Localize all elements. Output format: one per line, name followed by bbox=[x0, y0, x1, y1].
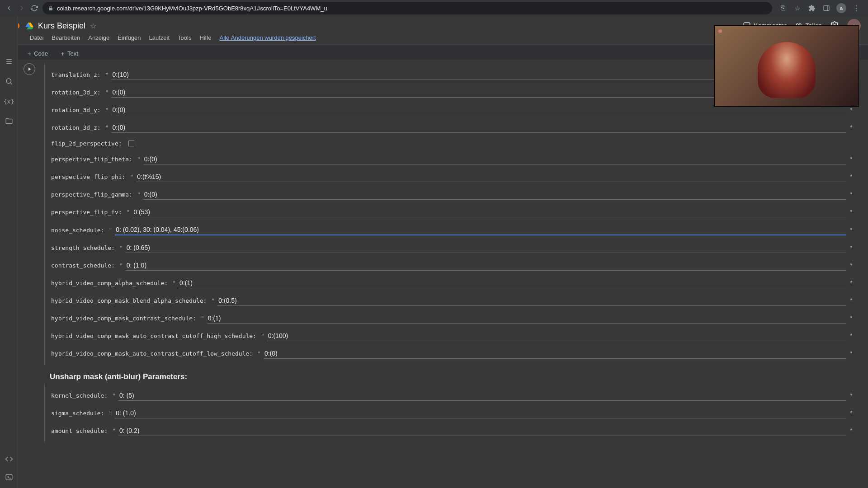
forward-icon[interactable] bbox=[17, 4, 26, 13]
translate-icon[interactable]: ⎘ bbox=[778, 4, 788, 13]
variables-icon[interactable]: {x} bbox=[5, 97, 14, 106]
form-row: contrast_schedule:"" bbox=[45, 257, 859, 274]
form-label: sigma_schedule: bbox=[51, 410, 104, 417]
back-icon[interactable] bbox=[5, 4, 14, 13]
form-row: perspective_flip_fv:"" bbox=[45, 203, 859, 221]
form-input[interactable] bbox=[217, 296, 846, 306]
svg-rect-0 bbox=[824, 6, 829, 11]
form-input[interactable] bbox=[126, 243, 846, 253]
quote: " bbox=[849, 244, 853, 251]
form-row: hybrid_video_comp_mask_blend_alpha_sched… bbox=[45, 292, 859, 310]
form-label: rotation_3d_y: bbox=[51, 107, 101, 113]
form-input[interactable] bbox=[115, 225, 846, 235]
form-block-2: kernel_schedule:""sigma_schedule:""amoun… bbox=[44, 384, 859, 442]
form-row: hybrid_video_comp_mask_auto_contrast_cut… bbox=[45, 345, 859, 362]
form-label: translation_z: bbox=[51, 71, 101, 78]
form-label: perspective_flip_theta: bbox=[51, 156, 132, 163]
form-label: perspective_flip_gamma: bbox=[51, 191, 132, 198]
form-input[interactable] bbox=[118, 390, 846, 401]
menu-tools[interactable]: Tools bbox=[178, 34, 191, 41]
form-row: perspective_flip_theta:"" bbox=[45, 150, 859, 168]
quote: " bbox=[112, 392, 116, 399]
form-row: noise_schedule:"" bbox=[45, 221, 859, 239]
quote: " bbox=[172, 280, 176, 286]
quote: " bbox=[137, 191, 141, 198]
quote: " bbox=[849, 174, 853, 180]
quote: " bbox=[849, 280, 853, 286]
reload-icon[interactable] bbox=[30, 4, 39, 13]
code-snippets-icon[interactable] bbox=[5, 455, 14, 464]
form-input[interactable] bbox=[111, 122, 846, 133]
form-label: hybrid_video_comp_alpha_schedule: bbox=[51, 280, 168, 286]
quote: " bbox=[257, 350, 261, 357]
terminal-icon[interactable] bbox=[5, 473, 14, 482]
form-input[interactable] bbox=[143, 189, 846, 200]
form-row: sigma_schedule:"" bbox=[45, 404, 859, 422]
quote: " bbox=[849, 191, 853, 198]
quote: " bbox=[211, 297, 215, 304]
extensions-icon[interactable] bbox=[807, 4, 816, 13]
recording-indicator-icon bbox=[718, 29, 722, 33]
left-sidebar: {x} bbox=[0, 16, 18, 488]
form-input[interactable] bbox=[264, 348, 846, 359]
browser-menu-icon[interactable]: ⋮ bbox=[852, 4, 861, 13]
form-row: hybrid_video_comp_alpha_schedule:"" bbox=[45, 274, 859, 292]
save-status[interactable]: Alle Änderungen wurden gespeichert bbox=[219, 34, 316, 41]
form-input[interactable] bbox=[126, 260, 846, 271]
form-input[interactable] bbox=[207, 313, 846, 324]
browser-avatar[interactable]: a bbox=[836, 3, 846, 13]
form-block: translation_z:""rotation_3d_x:""rotation… bbox=[44, 63, 859, 365]
lock-icon bbox=[48, 5, 53, 11]
add-text-button[interactable]: ＋ Text bbox=[55, 48, 83, 60]
files-icon[interactable] bbox=[5, 117, 14, 126]
checkbox[interactable] bbox=[128, 141, 134, 146]
menu-bearbeiten[interactable]: Bearbeiten bbox=[52, 34, 80, 41]
browser-tab-bar: colab.research.google.com/drive/13G9KHyM… bbox=[0, 0, 868, 16]
quote: " bbox=[849, 297, 853, 304]
bookmark-star-icon[interactable]: ☆ bbox=[793, 4, 802, 13]
side-panel-icon[interactable] bbox=[822, 4, 831, 13]
form-input[interactable] bbox=[132, 207, 846, 217]
search-icon[interactable] bbox=[5, 77, 14, 86]
quote: " bbox=[119, 244, 123, 251]
star-icon[interactable]: ☆ bbox=[90, 22, 96, 30]
form-label: hybrid_video_comp_mask_contrast_schedule… bbox=[51, 315, 196, 322]
menu-datei[interactable]: Datei bbox=[30, 34, 43, 41]
form-row: rotation_3d_z:"" bbox=[45, 119, 859, 136]
form-row: hybrid_video_comp_mask_auto_contrast_cut… bbox=[45, 327, 859, 345]
form-label: strength_schedule: bbox=[51, 244, 115, 251]
run-cell-button[interactable] bbox=[24, 63, 35, 75]
menu-laufzeit[interactable]: Laufzeit bbox=[149, 34, 170, 41]
form-label: perspective_flip_phi: bbox=[51, 174, 125, 180]
quote: " bbox=[105, 124, 109, 131]
url-text: colab.research.google.com/drive/13G9KHyM… bbox=[57, 5, 327, 12]
quote: " bbox=[108, 227, 112, 234]
quote: " bbox=[849, 392, 853, 399]
toc-icon[interactable] bbox=[5, 57, 14, 66]
drive-icon[interactable] bbox=[25, 22, 33, 30]
quote: " bbox=[849, 156, 853, 163]
form-label: contrast_schedule: bbox=[51, 262, 115, 269]
form-input[interactable] bbox=[115, 408, 846, 418]
add-code-button[interactable]: ＋ Code bbox=[22, 48, 52, 60]
menu-anzeige[interactable]: Anzeige bbox=[88, 34, 109, 41]
menu-hilfe[interactable]: Hilfe bbox=[199, 34, 211, 41]
form-input[interactable] bbox=[118, 426, 846, 436]
notebook-title[interactable]: Kurs Beispiel bbox=[38, 21, 85, 31]
form-label: rotation_3d_x: bbox=[51, 89, 101, 96]
quote: " bbox=[105, 107, 109, 113]
svg-point-10 bbox=[6, 79, 11, 84]
form-input[interactable] bbox=[143, 154, 846, 164]
form-input[interactable] bbox=[136, 172, 846, 182]
form-row: strength_schedule:"" bbox=[45, 239, 859, 257]
quote: " bbox=[108, 410, 112, 417]
form-label: hybrid_video_comp_mask_auto_contrast_cut… bbox=[51, 350, 253, 357]
form-label: amount_schedule: bbox=[51, 427, 108, 434]
form-row: flip_2d_perspective: bbox=[45, 136, 859, 150]
form-input[interactable] bbox=[179, 278, 846, 288]
notebook-main[interactable]: ↑ ↓ ⌘ ✎ ⧉ 🗑 ⋮ translation_z:""rotation_3… bbox=[18, 60, 868, 488]
menu-einfuegen[interactable]: Einfügen bbox=[118, 34, 141, 41]
form-label: flip_2d_perspective: bbox=[51, 140, 122, 147]
address-bar[interactable]: colab.research.google.com/drive/13G9KHyM… bbox=[42, 2, 772, 14]
form-input[interactable] bbox=[267, 331, 846, 341]
